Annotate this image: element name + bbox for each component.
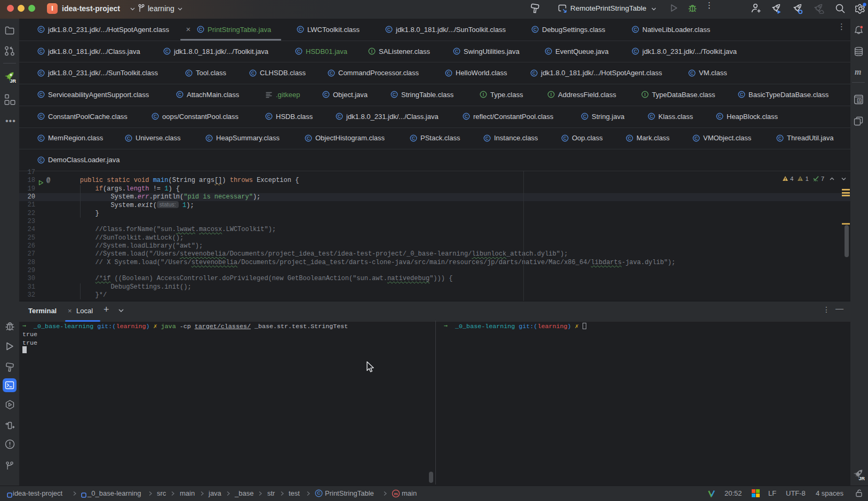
svg-text:C: C xyxy=(307,136,310,141)
svg-text:C: C xyxy=(695,136,698,141)
svg-text:JR: JR xyxy=(859,476,865,481)
svg-text:C: C xyxy=(740,92,744,97)
svg-text:C: C xyxy=(650,114,654,119)
svg-text:m: m xyxy=(394,491,397,496)
svg-text:JR: JR xyxy=(10,78,17,84)
svg-text:C: C xyxy=(547,49,551,54)
svg-text:C: C xyxy=(317,490,321,496)
svg-text:C: C xyxy=(178,92,182,97)
svg-text:C: C xyxy=(393,92,396,97)
svg-text:C: C xyxy=(455,49,459,54)
svg-text:I: I xyxy=(483,92,484,97)
svg-text:I: I xyxy=(371,49,372,54)
svg-text:C: C xyxy=(532,70,536,76)
svg-text:C: C xyxy=(127,136,131,141)
svg-text:C: C xyxy=(447,70,451,76)
svg-text:C: C xyxy=(299,27,302,32)
svg-text:C: C xyxy=(199,27,203,32)
svg-text:C: C xyxy=(39,49,43,54)
svg-text:C: C xyxy=(39,157,43,162)
svg-text:C: C xyxy=(485,136,489,141)
svg-text:A: A xyxy=(858,99,861,102)
svg-text:C: C xyxy=(778,136,782,141)
svg-text:C: C xyxy=(533,27,537,32)
svg-text:C: C xyxy=(338,114,341,119)
svg-text:C: C xyxy=(634,27,638,32)
svg-text:I: I xyxy=(551,92,552,97)
svg-text:C: C xyxy=(324,92,328,97)
svg-text:C: C xyxy=(187,70,191,76)
svg-text:C: C xyxy=(251,70,255,76)
svg-text:C: C xyxy=(412,136,416,141)
svg-text:C: C xyxy=(165,49,169,54)
svg-text:C: C xyxy=(39,27,43,32)
svg-text:C: C xyxy=(297,49,301,54)
svg-text:C: C xyxy=(39,70,43,76)
svg-text:C: C xyxy=(330,70,333,76)
svg-text:C: C xyxy=(267,114,271,119)
svg-text:C: C xyxy=(465,114,468,119)
svg-text:C: C xyxy=(208,136,211,141)
svg-text:I: I xyxy=(644,92,646,97)
svg-text:C: C xyxy=(563,136,567,141)
svg-text:C: C xyxy=(690,70,694,76)
svg-text:C: C xyxy=(718,114,722,119)
svg-text:C: C xyxy=(39,92,43,97)
svg-text:C: C xyxy=(387,27,391,32)
svg-text:C: C xyxy=(39,114,43,119)
svg-text:C: C xyxy=(39,136,43,141)
svg-text:C: C xyxy=(154,114,157,119)
svg-text:C: C xyxy=(634,49,638,54)
svg-text:C: C xyxy=(583,114,587,119)
svg-text:C: C xyxy=(628,136,632,141)
